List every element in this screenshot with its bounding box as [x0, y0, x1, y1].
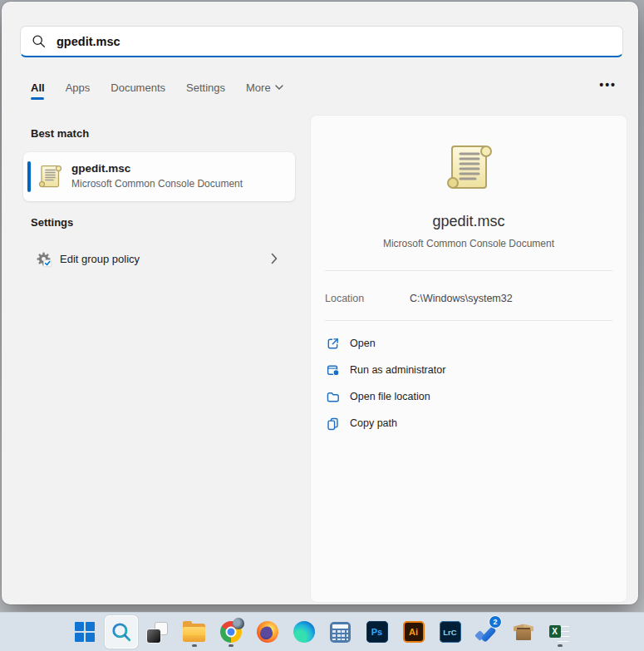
chevron-right-icon — [271, 253, 278, 264]
search-icon — [32, 34, 46, 48]
detail-title: gpedit.msc — [311, 213, 627, 230]
location-value: C:\Windows\system32 — [410, 293, 513, 304]
chrome-icon — [220, 621, 242, 643]
result-detail-pane: gpedit.msc Microsoft Common Console Docu… — [310, 115, 627, 603]
action-run-as-administrator[interactable]: Run as administrator — [311, 357, 627, 383]
excel-button[interactable]: X — [543, 615, 577, 649]
action-open[interactable]: Open — [311, 330, 627, 357]
tab-all[interactable]: All — [31, 81, 45, 94]
start-button[interactable] — [68, 615, 101, 649]
result-title: gpedit.msc — [71, 162, 130, 175]
msc-scroll-icon-large — [441, 141, 496, 197]
lightroom-icon: LrC — [440, 621, 461, 643]
action-list: Open Run as administrator Open file loca… — [311, 330, 627, 436]
chrome-button[interactable] — [214, 615, 248, 649]
illustrator-button[interactable]: Ai — [397, 615, 430, 649]
calculator-icon — [330, 622, 351, 643]
chrome-profile-badge — [233, 618, 244, 629]
msc-scroll-icon — [37, 163, 63, 193]
running-indicator — [229, 644, 234, 647]
best-match-result[interactable]: gpedit.msc Microsoft Common Console Docu… — [23, 152, 295, 201]
taskbar: Ps Ai LrC 2 X — [0, 612, 644, 651]
open-icon — [326, 337, 340, 351]
notification-badge: 2 — [489, 615, 502, 629]
tab-settings[interactable]: Settings — [186, 81, 225, 94]
settings-item-edit-group-policy[interactable]: Edit group policy — [23, 243, 295, 274]
best-match-header: Best match — [31, 127, 89, 140]
edge-icon — [293, 621, 315, 643]
file-explorer-icon — [183, 623, 205, 642]
edge-button[interactable] — [288, 615, 321, 649]
task-view-button[interactable] — [141, 615, 175, 649]
gear-check-icon — [35, 250, 52, 268]
running-indicator — [558, 644, 563, 647]
tab-more[interactable]: More — [246, 81, 283, 94]
tab-documents[interactable]: Documents — [111, 81, 165, 94]
illustrator-icon: Ai — [403, 621, 425, 643]
box-app-button[interactable] — [507, 615, 540, 649]
folder-icon — [326, 390, 340, 404]
task-view-icon — [147, 622, 168, 643]
settings-item-label: Edit group policy — [60, 253, 140, 265]
search-filter-tabs: All Apps Documents Settings More — [31, 79, 283, 96]
settings-header: Settings — [31, 216, 73, 229]
divider — [325, 320, 612, 321]
divider — [325, 270, 612, 271]
windows-search-panel: gpedit.msc All Apps Documents Settings M… — [2, 2, 638, 604]
calculator-button[interactable] — [324, 615, 357, 649]
selection-accent-bar — [27, 161, 31, 192]
active-tab-indicator — [31, 97, 44, 100]
excel-icon: X — [549, 622, 571, 642]
search-input[interactable]: gpedit.msc — [20, 26, 623, 57]
firefox-icon — [257, 621, 278, 643]
more-options-icon[interactable]: ••• — [599, 78, 617, 91]
action-open-file-location[interactable]: Open file location — [311, 383, 627, 410]
box-app-icon — [513, 622, 534, 642]
tab-apps[interactable]: Apps — [66, 81, 91, 94]
running-indicator — [192, 644, 197, 647]
todo-check-icon: 2 — [475, 621, 498, 644]
chevron-down-icon — [275, 85, 283, 90]
result-subtitle: Microsoft Common Console Document — [71, 178, 243, 190]
location-label: Location — [325, 293, 364, 304]
todo-app-button[interactable]: 2 — [470, 615, 504, 649]
start-icon — [75, 622, 95, 642]
search-icon — [111, 621, 132, 643]
firefox-button[interactable] — [251, 615, 284, 649]
photoshop-button[interactable]: Ps — [361, 615, 394, 649]
taskbar-search-button[interactable] — [105, 615, 138, 649]
search-query-text: gpedit.msc — [57, 35, 120, 48]
copy-icon — [326, 417, 340, 431]
file-explorer-button[interactable] — [178, 615, 211, 649]
action-copy-path[interactable]: Copy path — [311, 410, 627, 436]
lightroom-button[interactable]: LrC — [434, 615, 467, 649]
photoshop-icon: Ps — [366, 621, 388, 643]
run-as-admin-icon — [326, 363, 340, 377]
detail-subtitle: Microsoft Common Console Document — [311, 238, 627, 249]
